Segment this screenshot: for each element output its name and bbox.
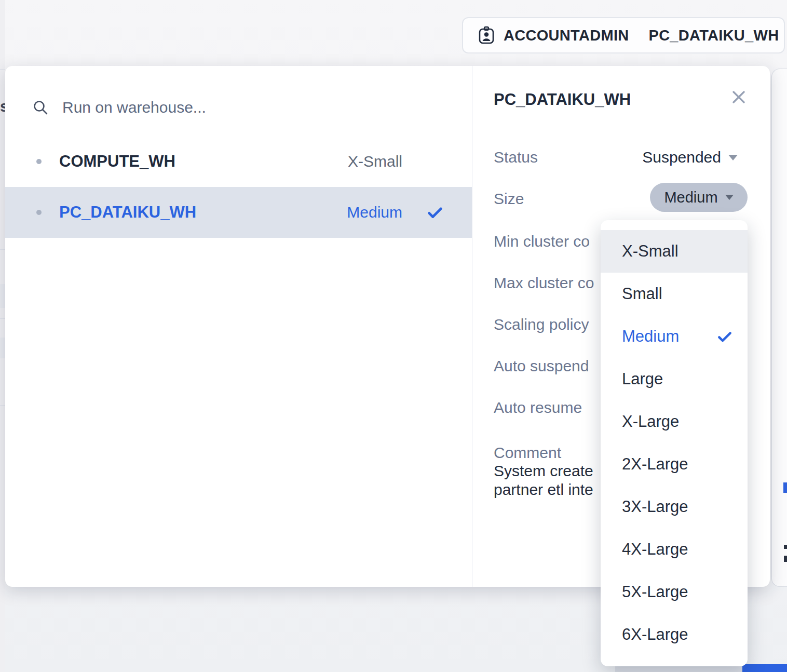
check-icon [716,328,733,345]
warehouse-search-row [32,92,451,123]
size-value: Medium [664,189,717,206]
size-option-label: X-Small [622,242,679,261]
account-context-button[interactable]: ACCOUNTADMIN PC_DATAIKU_WH [462,17,785,53]
warehouse-name: PC_DATAIKU_WH [59,203,196,222]
size-option-3x-large[interactable]: 3X-Large [601,486,748,528]
page-background: s ACCOUNTADMIN PC_DATAIKU_WH [0,0,787,672]
status-dot-icon [36,210,42,215]
size-option-6x-large[interactable]: 6X-Large [601,613,748,656]
size-option-label: Large [622,370,663,388]
size-option-5x-large[interactable]: 5X-Large [601,571,748,613]
status-value: Suspended [642,149,721,166]
size-option-label: 3X-Large [622,498,688,516]
size-option-4x-large[interactable]: 4X-Large [601,528,748,571]
status-label: Status [494,149,538,166]
size-option-label: Medium [622,327,679,346]
comment-text-line: System create [494,462,593,480]
size-option-x-small[interactable]: X-Small [601,230,748,273]
id-badge-icon [478,25,495,45]
size-option-x-large[interactable]: X-Large [601,400,748,443]
chevron-down-icon [728,155,738,160]
table-row-fragment [0,338,5,358]
divider [0,69,5,70]
size-option-label: 5X-Large [622,583,688,601]
underlying-blue-fragment [783,482,787,493]
size-option-label: 6X-Large [622,625,688,644]
size-option-small[interactable]: Small [601,273,748,315]
size-label: Size [494,190,524,208]
underlying-text-fragment [784,556,787,562]
warehouse-list: COMPUTE_WH X-Small PC_DATAIKU_WH Medium [5,136,472,238]
size-option-large[interactable]: Large [601,358,748,400]
detail-panel-title: PC_DATAIKU_WH [494,90,631,109]
warehouse-name: COMPUTE_WH [59,152,175,171]
auto-suspend-label: Auto suspend [494,357,589,375]
role-label: ACCOUNTADMIN [504,27,629,44]
size-options-menu: X-Small Small Medium Large X-Large 2X-La… [601,220,748,666]
comment-text-line: partner etl inte [494,481,593,499]
divider [0,405,5,406]
divider [0,249,5,250]
warehouse-size: Medium [347,204,402,221]
status-value-dropdown[interactable]: Suspended [642,149,738,166]
warehouse-size: X-Small [348,153,402,170]
underlying-blue-bar [742,664,787,672]
comment-label: Comment [494,444,561,462]
size-value-dropdown[interactable]: Medium [650,183,748,212]
underlying-panel-edge [771,69,787,587]
min-cluster-label: Min cluster co [494,233,590,250]
divider [0,318,5,319]
scaling-policy-label: Scaling policy [494,316,589,333]
underlying-text-fragment [784,545,787,549]
warehouse-list-panel: COMPUTE_WH X-Small PC_DATAIKU_WH Medium [5,66,472,587]
max-cluster-label: Max cluster co [494,274,594,292]
size-option-label: 2X-Large [622,455,688,474]
auto-resume-label: Auto resume [494,399,582,416]
close-icon[interactable] [730,89,747,105]
warehouse-list-item-compute-wh[interactable]: COMPUTE_WH X-Small [5,136,472,187]
warehouse-label: PC_DATAIKU_WH [648,27,779,44]
table-row-fragment [0,284,5,308]
warehouse-list-item-pc-dataiku-wh[interactable]: PC_DATAIKU_WH Medium [5,187,472,238]
chevron-down-icon [725,195,734,200]
size-option-label: Small [622,285,662,303]
check-icon [426,204,444,221]
search-icon [32,99,49,116]
size-option-label: X-Large [622,412,679,431]
size-option-label: 4X-Large [622,540,688,559]
status-dot-icon [36,159,42,164]
warehouse-search-input[interactable] [61,98,451,117]
size-option-medium[interactable]: Medium [601,315,748,358]
size-option-2x-large[interactable]: 2X-Large [601,443,748,486]
